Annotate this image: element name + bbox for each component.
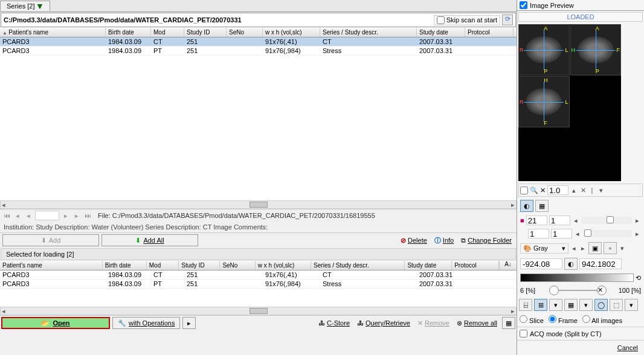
series-table-body[interactable]: PCARD3 1984.03.09 CT 251 91x76(,41) CT 2… <box>0 37 517 200</box>
layout-tab[interactable]: ▦ <box>535 200 549 212</box>
gradient-reset-icon[interactable]: ⟲ <box>636 274 641 282</box>
selected-table-body[interactable]: PCARD3 1984.03.09 CT 251 91x76(,41) CT 2… <box>0 270 517 307</box>
slice-sagittal[interactable]: HF RL <box>518 76 570 127</box>
query-retrieve-button[interactable]: 🖧 Query/Retrieve <box>355 318 413 328</box>
col-seno[interactable]: SeNo <box>227 28 263 37</box>
add-all-label: Add All <box>143 237 164 244</box>
preview-checkbox[interactable] <box>520 1 527 9</box>
radio-frame[interactable]: Frame <box>549 315 578 324</box>
tool-dropdown-2[interactable]: ▾ <box>579 299 593 311</box>
refresh-button[interactable]: ⟳ <box>502 14 513 25</box>
colormap-label: Gray <box>533 245 548 252</box>
max-value-input[interactable] <box>579 258 622 269</box>
range2-a-input[interactable] <box>528 229 549 238</box>
skip-scan-check[interactable] <box>437 16 445 24</box>
preview-viewport[interactable]: AP RL AP HF HF RL <box>518 24 621 181</box>
tool-dropdown-3[interactable]: ▾ <box>625 299 638 311</box>
change-folder-button[interactable]: ⧉ Change Folder <box>459 235 514 246</box>
zoom-reset-icon[interactable]: ✕ <box>540 187 546 194</box>
table-row[interactable]: PCARD3 1984.03.09 CT 251 91x76(,41) CT 2… <box>0 270 517 280</box>
loaded-status: LOADED <box>518 12 643 22</box>
col-name[interactable]: Patient's name <box>0 28 106 37</box>
range-right-icon[interactable]: ▸ <box>634 217 641 225</box>
cm-menu-icon[interactable]: ▾ <box>619 245 626 252</box>
series-tab[interactable]: Series [2] ⯆ <box>0 1 50 11</box>
nav-last-icon[interactable]: ⏭ <box>83 212 92 219</box>
frame-left-icon[interactable]: ◂ <box>574 230 581 238</box>
auto-level-button[interactable]: ◐ <box>564 258 578 270</box>
nav-first-icon[interactable]: ⏮ <box>2 212 11 219</box>
delete-button[interactable]: ⊘ Delete <box>398 235 430 246</box>
tool-5[interactable]: ⬚ <box>610 299 623 311</box>
zoom-lock-check[interactable] <box>520 187 528 194</box>
col-series[interactable]: Series / Study descr. <box>320 28 417 37</box>
open-button[interactable]: 📂 Open <box>1 317 110 329</box>
series-tab-label: Series [2] <box>7 2 34 10</box>
with-operations-button[interactable]: 🔧 with Operations <box>112 317 180 329</box>
preview-title-label: Image Preview <box>530 2 574 9</box>
cm-prev-icon[interactable]: ◂ <box>570 245 578 252</box>
tool-3[interactable]: ▦ <box>564 299 578 311</box>
frame-slider[interactable] <box>583 230 632 237</box>
col-date[interactable]: Study date <box>417 28 465 37</box>
acq-mode-checkbox[interactable] <box>520 330 527 337</box>
add-button[interactable]: ⬇ Add <box>2 234 99 246</box>
zoom-up-icon[interactable]: ▴ <box>570 187 578 194</box>
col-studyid[interactable]: Study ID <box>184 28 227 37</box>
h-scrollbar-bottom[interactable]: ◂▸ <box>0 307 517 315</box>
table-row[interactable]: PCARD3 1984.03.09 PT 251 91x76(,984) Str… <box>0 46 517 56</box>
chevron-down-icon[interactable]: ▾ <box>597 187 605 194</box>
zoom-input[interactable] <box>547 185 568 195</box>
slice-slider[interactable] <box>581 217 632 224</box>
info-button[interactable]: ⓘ Info <box>432 235 456 246</box>
table-row[interactable]: PCARD3 1984.03.09 PT 251 91x76(,984) Str… <box>0 280 517 289</box>
change-folder-label: Change Folder <box>468 237 512 244</box>
nav-prev2-icon[interactable]: ◂ <box>13 212 22 220</box>
grid-toggle-button[interactable]: ▦ <box>502 317 515 329</box>
percent-range-slider[interactable]: ✕ <box>537 286 617 295</box>
nav-next-icon[interactable]: ▸ <box>62 212 70 220</box>
slice-coronal[interactable]: AP HF <box>570 24 622 75</box>
tool-4[interactable]: ◯ <box>594 299 608 311</box>
col-proto[interactable]: Protocol <box>465 28 514 37</box>
zoom-icon[interactable]: 🔍 <box>530 187 538 194</box>
slice-axial[interactable]: AP RL <box>518 24 570 75</box>
radio-slice[interactable]: Slice <box>520 315 544 324</box>
add-all-button[interactable]: ⬇ Add All <box>101 234 198 246</box>
h-scrollbar-top[interactable]: ◂▸ <box>0 200 517 209</box>
tool-1[interactable]: ⌸ <box>519 299 532 311</box>
file-path-label: File: C:/Pmod3.3/data/DATABASES/Pmod/dat… <box>94 212 514 219</box>
frame-right-icon[interactable]: ▸ <box>634 230 641 238</box>
radio-all[interactable]: All images <box>582 315 622 324</box>
nav-index-input[interactable] <box>35 211 59 220</box>
nav-next2-icon[interactable]: ▸ <box>72 212 81 220</box>
cm-b-button[interactable]: ▫ <box>604 242 617 254</box>
gradient-bar[interactable] <box>520 273 634 282</box>
series-tab-dropdown-icon[interactable]: ⯆ <box>36 2 43 10</box>
range1-b-input[interactable] <box>549 216 570 225</box>
skip-scan-checkbox[interactable]: Skip scan at start <box>434 15 500 25</box>
cm-a-button[interactable]: ▣ <box>588 242 602 254</box>
range2-b-input[interactable] <box>551 229 572 238</box>
play-button[interactable]: ▸ <box>182 317 196 329</box>
remove-all-button[interactable]: ⊗ Remove all <box>454 318 500 328</box>
cm-next-icon[interactable]: ▸ <box>579 245 587 252</box>
sort-az-button[interactable]: A↓ <box>499 261 517 270</box>
nav-prev-icon[interactable]: ◂ <box>24 212 33 220</box>
remove-icon: ✕ <box>417 319 423 327</box>
colormap-select[interactable]: 🎨 Gray ▾ <box>520 243 568 254</box>
min-value-input[interactable] <box>520 258 562 269</box>
zoom-clear-icon[interactable]: ✕ <box>579 187 587 194</box>
col-wxh[interactable]: w x h (vol,slc) <box>263 28 320 37</box>
tool-2[interactable]: ⊞ <box>534 299 547 311</box>
tool-dropdown-1[interactable]: ▾ <box>549 299 562 311</box>
contrast-tab[interactable]: ◐ <box>520 200 533 212</box>
remove-button[interactable]: ✕ Remove <box>415 318 452 328</box>
col-mod[interactable]: Mod <box>151 28 184 37</box>
cancel-button[interactable]: Cancel <box>617 344 638 351</box>
range1-a-input[interactable] <box>526 216 547 225</box>
cstore-button[interactable]: 🖧 C-Store <box>316 318 352 328</box>
col-birth[interactable]: Birth date <box>106 28 151 37</box>
table-row[interactable]: PCARD3 1984.03.09 CT 251 91x76(,41) CT 2… <box>0 37 517 46</box>
range-left-icon[interactable]: ◂ <box>572 217 579 225</box>
